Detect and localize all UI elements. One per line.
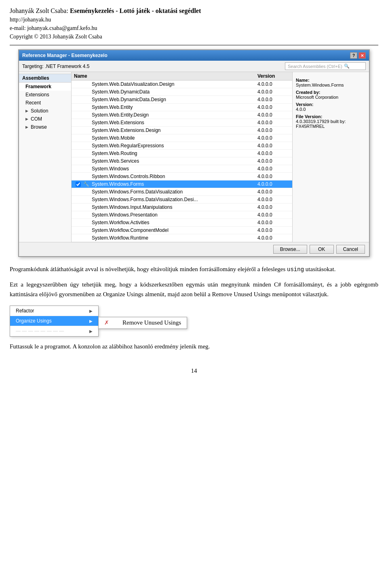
header-divider [10, 45, 378, 45]
list-row[interactable]: System.Windows.Forms.DataVisualization.D… [72, 196, 292, 204]
search-icon: 🔍 [344, 64, 350, 69]
targeting-label: Targeting: .NET Framework 4.5 [22, 64, 90, 69]
menu-item-organize-usings[interactable]: Organize Usings ▶ [10, 316, 98, 326]
row-name: System.Web.DynamicData.Design [90, 97, 257, 102]
page-header: Johanyák Zsolt Csaba: Eseménykezelés - L… [10, 7, 378, 41]
bottom-paragraph: Futtassuk le a programot. A konzolon az … [10, 342, 378, 351]
row-version: 4.0.0.0 [257, 104, 290, 110]
list-row[interactable]: System.Web.Extensions.Design4.0.0.0 [72, 127, 292, 134]
arrow-icon: ▶ [25, 125, 28, 129]
arrow-icon: ▶ [25, 109, 28, 113]
body-paragraph-1: Programkódunk átláthatóságát avval is nö… [10, 264, 378, 274]
titlebar-buttons: ? ✕ [350, 52, 366, 59]
row-version: 4.0.0.0 [257, 97, 290, 102]
list-row[interactable]: System.Web.Entity.Design4.0.0.0 [72, 111, 292, 119]
row-name: System.Web.RegularExpressions [90, 143, 257, 149]
info-version-label: Version: [296, 102, 366, 107]
list-row[interactable]: System.Windows.Input.Manipulations4.0.0.… [72, 204, 292, 211]
row-version: 4.0.0.0 [257, 174, 290, 179]
list-row[interactable]: System.Web.Entity4.0.0.0 [72, 104, 292, 111]
sidebar-section-assemblies: Assemblies [19, 74, 71, 83]
list-row[interactable]: System.Web.DynamicData4.0.0.0 [72, 88, 292, 96]
list-row[interactable]: System.Web.RegularExpressions4.0.0.0 [72, 142, 292, 150]
page-email: e-mail: johanyak.csaba@gamf.kefo.hu [10, 24, 378, 32]
search-box[interactable]: Search Assemblies (Ctrl+E) 🔍 [285, 62, 366, 70]
row-version: 4.0.0.0 [257, 143, 290, 149]
row-version: 4.0.0.0 [257, 112, 290, 118]
close-button[interactable]: ✕ [358, 52, 366, 59]
menu-item-extra[interactable]: — — — — — — — — ▶ [10, 326, 98, 336]
list-row[interactable]: System.Web.Services4.0.0.0 [72, 157, 292, 165]
list-row[interactable]: System.Workflow.Runtime4.0.0.0 [72, 234, 292, 242]
list-row[interactable]: 🔧System.Windows.Forms4.0.0.0 [72, 180, 292, 188]
search-placeholder: Search Assemblies (Ctrl+E) [288, 64, 342, 69]
page-number: 14 [10, 367, 378, 374]
list-row[interactable]: System.Web.Routing4.0.0.0 [72, 150, 292, 157]
context-menu-area: Refactor ▶ Organize Usings ▶ — — — — — —… [10, 306, 378, 337]
menu-item-refactor[interactable]: Refactor ▶ [10, 306, 98, 316]
list-row[interactable]: System.Windows.Controls.Ribbon4.0.0.0 [72, 173, 292, 180]
row-name: System.Windows [90, 166, 257, 172]
dialog-toolbar: Targeting: .NET Framework 4.5 Search Ass… [19, 61, 369, 72]
list-scroll-area[interactable]: System.Web.DataVisualization.Design4.0.0… [72, 81, 292, 242]
refactor-label: Refactor [16, 308, 34, 314]
ok-button[interactable]: OK [310, 245, 334, 254]
row-version: 4.0.0.0 [257, 151, 290, 156]
row-name: System.Web.DataVisualization.Design [90, 81, 257, 87]
list-row[interactable]: System.Workflow.Activities4.0.0.0 [72, 219, 292, 227]
row-version: 4.0.0.0 [257, 189, 290, 195]
list-row[interactable]: System.Web.Extensions4.0.0.0 [72, 119, 292, 127]
row-name: System.Web.Services [90, 158, 257, 164]
info-fileversion-label: File Version: [296, 114, 366, 119]
browse-button[interactable]: Browse... [273, 245, 307, 254]
list-row[interactable]: System.Windows4.0.0.0 [72, 165, 292, 173]
row-version: 4.0.0.0 [257, 181, 290, 187]
row-name: System.Workflow.Activities [90, 220, 257, 225]
code-using: using [287, 266, 304, 273]
dialog-footer: Browse... OK Cancel [19, 242, 369, 256]
context-menu: Refactor ▶ Organize Usings ▶ — — — — — —… [10, 306, 99, 337]
row-version: 4.0.0.0 [257, 227, 290, 233]
dialog-title: Reference Manager - Esemenykezelo [22, 53, 108, 58]
sidebar-item-browse[interactable]: ▶Browse [19, 123, 71, 131]
sidebar-item-extensions[interactable]: Extensions [19, 91, 71, 99]
submenu-item-remove-unused[interactable]: ✗ Remove Unused Usings [99, 317, 187, 329]
row-name: System.Web.DynamicData [90, 89, 257, 95]
arrow-icon: ▶ [89, 329, 93, 333]
list-row[interactable]: System.Windows.Forms.DataVisualization4.… [72, 188, 292, 196]
row-version: 4.0.0.0 [257, 89, 290, 95]
cancel-button[interactable]: Cancel [336, 245, 365, 254]
sidebar-item-framework[interactable]: Framework [19, 83, 71, 91]
main-area: Name Version System.Web.DataVisualizatio… [72, 72, 292, 242]
sidebar-item-recent[interactable]: Recent [19, 99, 71, 107]
list-row[interactable]: System.Web.DynamicData.Design4.0.0.0 [72, 96, 292, 104]
row-name: System.Web.Entity.Design [90, 112, 257, 118]
info-name-label: Name: [296, 78, 366, 83]
help-button[interactable]: ? [350, 52, 357, 59]
row-name: System.Windows.Forms.DataVisualization [90, 189, 257, 195]
row-name: System.Web.Extensions [90, 120, 257, 125]
arrow-icon: ▶ [89, 319, 93, 323]
row-version: 4.0.0.0 [257, 235, 290, 241]
page-url: http://johanyak.hu [10, 15, 378, 24]
row-name: System.Windows.Controls.Ribbon [90, 174, 257, 179]
row-version: 4.0.0.0 [257, 220, 290, 225]
sidebar-item-solution[interactable]: ▶Solution [19, 107, 71, 115]
row-name: System.Web.Extensions.Design [90, 127, 257, 133]
row-version: 4.0.0.0 [257, 135, 290, 141]
row-checkbox[interactable] [74, 182, 82, 187]
info-created-label: Created by: [296, 90, 366, 95]
list-row[interactable]: System.Windows.Presentation4.0.0.0 [72, 211, 292, 219]
row-version: 4.0.0.0 [257, 120, 290, 125]
row-version: 4.0.0.0 [257, 166, 290, 172]
arrow-icon: ▶ [25, 117, 28, 121]
dialog-wrapper: Reference Manager - Esemenykezelo ? ✕ Ta… [10, 49, 378, 257]
row-name: System.Workflow.Runtime [90, 235, 257, 241]
info-fileversion-value: 4.0.30319.17929 built by: FX45RTMREL [296, 119, 366, 129]
list-row[interactable]: System.Workflow.ComponentModel4.0.0.0 [72, 227, 292, 234]
row-version: 4.0.0.0 [257, 127, 290, 133]
arrow-icon: ▶ [89, 309, 93, 313]
list-row[interactable]: System.Web.Mobile4.0.0.0 [72, 134, 292, 142]
list-row[interactable]: System.Web.DataVisualization.Design4.0.0… [72, 81, 292, 88]
sidebar-item-com[interactable]: ▶COM [19, 115, 71, 123]
